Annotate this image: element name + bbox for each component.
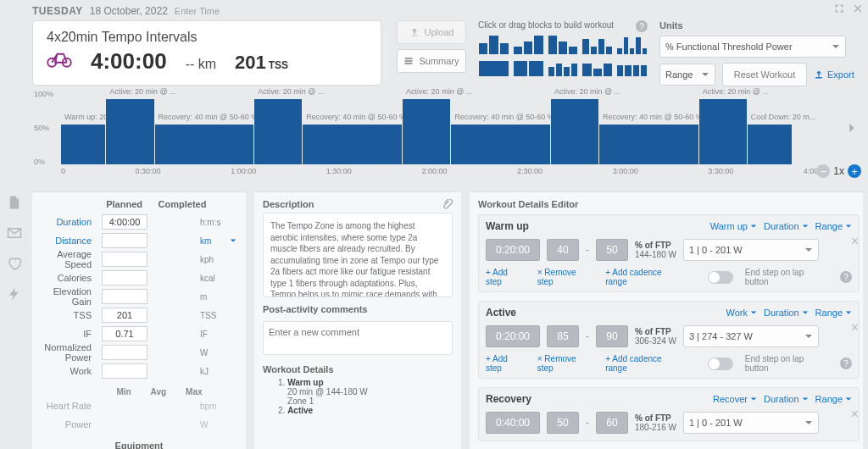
summary-button[interactable]: Summary [397,49,466,73]
metric-planned-input[interactable] [102,233,147,248]
zone-select[interactable]: 1 | 0 - 201 W [683,239,819,261]
sub-avg: Avg [151,387,167,396]
add-step-link[interactable]: + Add step [486,268,526,286]
workout-summary-card: 4x20min Tempo Intervals 4:00:00 -- km 20… [32,20,381,86]
close-icon[interactable] [853,3,863,14]
document-icon[interactable] [7,195,22,210]
workout-step: 2. Active [278,406,453,415]
window-controls[interactable] [834,3,863,14]
block-range-select[interactable]: Range [815,221,852,231]
chevron-down-icon [832,42,840,51]
zone-select[interactable]: 3 | 274 - 327 W [683,325,819,347]
export-link[interactable]: Export [814,69,854,80]
comment-input[interactable] [263,321,453,355]
zone-select[interactable]: 1 | 0 - 201 W [683,412,819,434]
chart-segment[interactable]: Warm up: 20 min ... [61,125,106,164]
metric-planned-input[interactable] [102,252,147,267]
step-lo-input[interactable]: 50 [547,412,579,434]
metric-planned-input[interactable] [102,345,147,360]
blocks-hint: Click or drag blocks to build workout [478,20,614,30]
metric-planned-input[interactable] [102,326,147,341]
add-step-link[interactable]: + Add step [486,354,526,373]
block-type-select[interactable]: Warm up [710,221,757,231]
chart-segment[interactable]: Recovery: 40 min @ 50-60 % of FTP [303,125,403,164]
step-lo-input[interactable]: 85 [547,325,579,347]
step-hi-input[interactable]: 60 [596,412,628,434]
description-label: Description [263,199,314,209]
chart-segment[interactable]: Active: 20 min @ ... [254,99,303,164]
segment-label: Active: 20 min @ ... [258,87,324,96]
remove-step-link[interactable]: × Remove step [537,354,593,373]
remove-block-button[interactable]: × [848,403,862,425]
block-range-select[interactable]: Range [815,394,852,404]
chart-segment[interactable]: Recovery: 40 min @ 50-60 % of FTP [451,125,551,164]
chevron-down-icon [804,246,813,254]
step-time-input[interactable]: 0:20:00 [486,325,540,347]
chevron-right-icon[interactable] [846,122,858,134]
step-hi-input[interactable]: 90 [596,325,628,347]
step-time-input[interactable]: 0:40:00 [486,412,540,434]
upload-icon [409,27,420,37]
help-icon[interactable]: ? [840,271,852,283]
chart-segment[interactable]: Active: 20 min @ ... [551,99,599,164]
bolt-icon[interactable] [7,286,22,302]
units-select[interactable]: % Functional Threshold Power [659,36,846,58]
metric-planned-input[interactable] [102,289,147,304]
step-time-input[interactable]: 0:20:00 [486,239,540,261]
help-icon[interactable]: ? [840,358,852,369]
chart-segment[interactable]: Active: 20 min @ ... [699,99,748,164]
reset-workout-button[interactable]: Reset Workout [722,63,807,86]
repeat-plus-button[interactable]: + [848,164,861,178]
help-icon[interactable]: ? [636,20,648,32]
mail-icon[interactable] [7,225,22,241]
chart-segment[interactable]: Recovery: 40 min @ 50-60 % of FTP [599,125,699,164]
attachment-icon[interactable] [442,199,453,209]
metric-planned-input[interactable] [102,308,147,323]
segment-label: Active: 20 min @ ... [109,87,175,96]
remove-block-button[interactable]: × [848,230,862,252]
expand-icon[interactable] [834,3,844,14]
intensity-chart[interactable]: 100% 50% 0% Warm up: 20 min ...Active: 2… [32,91,868,185]
block-duration-select[interactable]: Duration [764,308,809,318]
metric-planned-input[interactable] [102,214,147,230]
chart-segment[interactable]: Active: 20 min @ ... [403,99,451,164]
metric-label: Duration [41,217,98,227]
left-icon-rail [0,195,29,302]
chevron-down-icon [750,309,757,316]
step-lo-input[interactable]: 40 [547,239,579,261]
block-type-select[interactable]: Recover [713,394,757,404]
editor-title: Workout Details Editor [478,199,860,209]
heart-icon[interactable] [7,256,22,271]
end-on-lap-toggle[interactable] [708,358,733,370]
chart-segment[interactable]: Cool Down: 20 m... [748,125,793,164]
block-type-select[interactable]: Work [726,308,757,318]
block-range-select[interactable]: Range [815,308,852,318]
metric-planned-input[interactable] [102,270,147,285]
chevron-down-icon [701,70,709,79]
chart-segment[interactable]: Recovery: 40 min @ 50-60 % of FTP [155,125,255,164]
chart-segment[interactable]: Active: 20 min @ ... [106,99,154,164]
metric-unit: W [200,348,225,358]
metric-unit: km [200,236,225,246]
block-duration-select[interactable]: Duration [764,394,809,404]
upload-button: Upload [397,20,466,44]
add-cadence-link[interactable]: + Add cadence range [605,268,684,286]
enter-time-link[interactable]: Enter Time [175,6,220,16]
date-long: 18 October, 2022 [90,5,168,17]
metric-unit: m [200,292,225,302]
end-on-lap-toggle[interactable] [708,271,733,284]
add-cadence-link[interactable]: + Add cadence range [605,354,684,373]
equipment-header: Equipment [41,441,237,449]
metric-label: Distance [41,236,98,246]
editor-block: ×Warm upWarm up Duration Range 0:20:0040… [478,214,860,292]
repeat-minus-button[interactable]: − [816,164,830,178]
chevron-down-icon[interactable] [230,237,236,244]
remove-block-button[interactable]: × [848,317,862,339]
remove-step-link[interactable]: × Remove step [537,268,593,286]
step-hi-input[interactable]: 50 [596,239,628,261]
block-duration-select[interactable]: Duration [764,221,809,231]
chevron-down-icon [845,309,852,316]
workout-blocks-palette[interactable] [478,36,648,76]
metric-planned-input[interactable] [102,363,147,379]
range-select[interactable]: Range [659,64,715,86]
